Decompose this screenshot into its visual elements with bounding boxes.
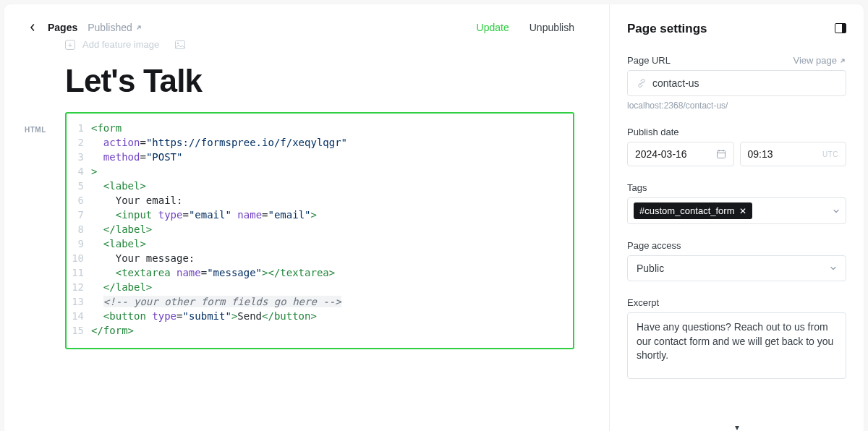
back-button[interactable] — [27, 22, 38, 33]
unpublish-button[interactable]: Unpublish — [529, 22, 574, 33]
chevron-left-icon — [29, 24, 36, 31]
code-line: 8 </label> — [71, 222, 563, 236]
field-page-url: Page URL View page contact-us localhost:… — [627, 55, 846, 111]
code-line: 5 <label> — [71, 179, 563, 193]
panel-icon — [835, 23, 846, 33]
excerpt-textarea[interactable] — [627, 312, 846, 379]
feature-image-row[interactable]: + Add feature image — [65, 39, 574, 50]
publish-date-input[interactable]: 2024-03-16 — [627, 142, 734, 166]
publish-time-input[interactable]: 09:13 UTC — [740, 142, 847, 166]
line-number: 2 — [71, 135, 91, 150]
code-line: 4> — [71, 164, 563, 179]
tag-remove-button[interactable]: ✕ — [739, 206, 746, 216]
view-page-link[interactable]: View page — [793, 55, 846, 66]
svg-point-1 — [177, 42, 179, 43]
topbar: Pages Published Update Unpublish — [27, 22, 574, 33]
external-link-icon — [839, 57, 846, 64]
code-content[interactable]: > — [91, 164, 97, 179]
page-access-select[interactable]: Public — [627, 255, 846, 281]
code-line: 11 <textarea name="message"></textarea> — [71, 265, 563, 280]
code-content[interactable]: <form — [91, 121, 122, 135]
line-number: 12 — [71, 280, 91, 294]
code-content[interactable]: <textarea name="message"></textarea> — [91, 265, 335, 280]
publish-status-label: Published — [88, 22, 132, 33]
tags-label: Tags — [627, 182, 846, 193]
page-url-helper: localhost:2368/contact-us/ — [627, 101, 846, 111]
publish-date-value: 2024-03-16 — [635, 148, 687, 160]
app-shell: Pages Published Update Unpublish + Add f… — [4, 4, 864, 431]
code-content[interactable]: </form> — [91, 323, 134, 338]
code-line: 13 <!-- your other form fields go here -… — [71, 294, 563, 309]
line-number: 5 — [71, 179, 91, 193]
settings-sidebar: Page settings Page URL View page contact… — [609, 4, 864, 431]
code-line: 12 </label> — [71, 280, 563, 294]
sidebar-header: Page settings — [627, 22, 846, 36]
code-content[interactable]: <button type="submit">Send</button> — [91, 309, 317, 323]
timezone-label: UTC — [822, 150, 838, 158]
line-number: 6 — [71, 193, 91, 208]
line-number: 3 — [71, 150, 91, 164]
html-code-block[interactable]: 1<form2 action="https://formspree.io/f/x… — [65, 112, 574, 349]
code-line: 6 Your email: — [71, 193, 563, 208]
line-number: 13 — [71, 294, 91, 309]
field-excerpt: Excerpt — [627, 297, 846, 382]
line-number: 8 — [71, 222, 91, 236]
update-button[interactable]: Update — [477, 22, 509, 33]
code-content[interactable]: <input type="email" name="email"> — [91, 208, 317, 222]
tag-chip-label: #custom_contact_form — [639, 205, 735, 216]
code-line: 3 method="POST" — [71, 150, 563, 164]
code-content[interactable]: Your message: — [91, 251, 195, 265]
code-content[interactable]: </label> — [91, 280, 152, 294]
code-line: 2 action="https://formspree.io/f/xeqylqg… — [71, 135, 563, 150]
field-tags: Tags #custom_contact_form ✕ — [627, 182, 846, 224]
page-url-value: contact-us — [652, 77, 699, 89]
plus-icon: + — [65, 40, 75, 50]
breadcrumb-pages[interactable]: Pages — [48, 22, 77, 33]
code-content[interactable]: </label> — [91, 222, 152, 236]
code-content[interactable]: <label> — [91, 179, 146, 193]
excerpt-label: Excerpt — [627, 297, 846, 308]
dropdown-caret-icon: ▾ — [735, 422, 739, 431]
publish-date-label: Publish date — [627, 127, 846, 137]
tag-chip[interactable]: #custom_contact_form ✕ — [634, 202, 752, 219]
code-line: 9 <label> — [71, 236, 563, 251]
line-number: 10 — [71, 251, 91, 265]
code-content[interactable]: <!-- your other form fields go here --> — [91, 294, 341, 309]
feature-image-label: Add feature image — [82, 39, 159, 50]
link-icon — [637, 78, 647, 88]
main-column: Pages Published Update Unpublish + Add f… — [4, 4, 609, 431]
settings-title: Page settings — [627, 22, 707, 36]
code-content[interactable]: <label> — [91, 236, 146, 251]
tags-input[interactable]: #custom_contact_form ✕ — [627, 197, 846, 224]
field-publish-date: Publish date 2024-03-16 09:13 UTC — [627, 127, 846, 166]
publish-status[interactable]: Published — [88, 22, 142, 33]
page-access-label: Page access — [627, 240, 846, 251]
code-line: 15</form> — [71, 323, 563, 338]
view-page-text: View page — [793, 55, 837, 66]
field-page-access: Page access Public — [627, 240, 846, 281]
line-number: 7 — [71, 208, 91, 222]
sidebar-toggle-button[interactable] — [835, 23, 846, 35]
line-number: 9 — [71, 236, 91, 251]
line-number: 15 — [71, 323, 91, 338]
code-line: 7 <input type="email" name="email"> — [71, 208, 563, 222]
line-number: 4 — [71, 164, 91, 179]
code-content[interactable]: method="POST" — [91, 150, 182, 164]
line-number: 14 — [71, 309, 91, 323]
image-icon — [175, 40, 185, 49]
page-url-label: Page URL — [627, 55, 671, 66]
topbar-left: Pages Published — [27, 22, 142, 33]
chevron-down-icon — [830, 265, 837, 272]
code-line: 1<form — [71, 121, 563, 135]
chevron-down-icon — [833, 208, 840, 215]
code-content[interactable]: Your email: — [91, 193, 182, 208]
page-url-input[interactable]: contact-us — [627, 70, 846, 96]
publish-time-value: 09:13 — [748, 148, 773, 160]
line-number: 1 — [71, 121, 91, 135]
code-line: 10 Your message: — [71, 251, 563, 265]
page-title[interactable]: Let's Talk — [65, 63, 574, 99]
code-content[interactable]: action="https://formspree.io/f/xeqylqgr" — [91, 135, 347, 150]
line-number: 11 — [71, 265, 91, 280]
calendar-icon — [716, 149, 726, 159]
svg-rect-4 — [717, 151, 725, 158]
